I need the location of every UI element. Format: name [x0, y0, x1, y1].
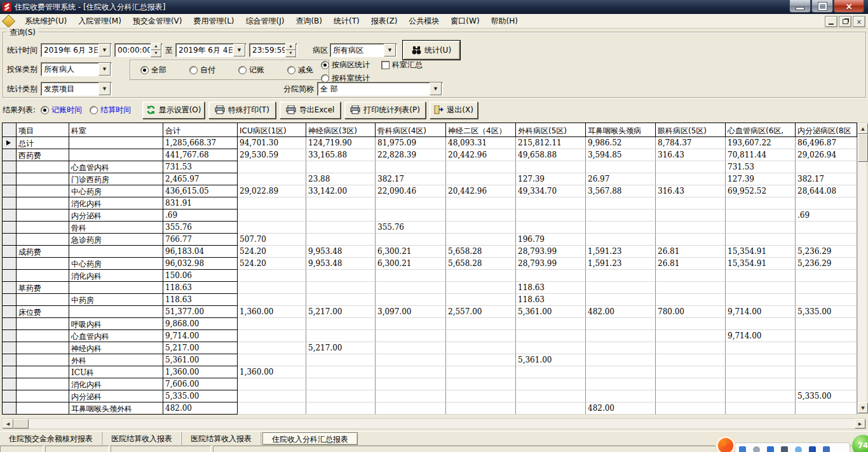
menu-item[interactable]: 预交金管理(V): [127, 14, 188, 29]
table-cell[interactable]: 28,644.08: [796, 185, 857, 197]
table-cell[interactable]: [446, 366, 516, 378]
table-cell[interactable]: [238, 378, 306, 390]
table-cell[interactable]: [656, 161, 726, 173]
column-header[interactable]: 眼科病区(5区): [656, 123, 726, 137]
table-cell[interactable]: 6,300.21: [376, 258, 446, 270]
column-header[interactable]: 外科病区(5区): [516, 123, 586, 137]
insure-type-combobox[interactable]: 所有病人 ▼: [41, 62, 112, 76]
table-cell[interactable]: 20,442.96: [446, 149, 516, 161]
table-cell[interactable]: [656, 209, 726, 222]
column-header[interactable]: 心血管病区(6区,: [726, 123, 796, 137]
column-header[interactable]: 科室: [69, 123, 163, 137]
table-cell[interactable]: [17, 185, 69, 197]
table-cell[interactable]: [238, 330, 306, 342]
pay-option-radio[interactable]: 自付: [189, 65, 215, 76]
table-cell[interactable]: [516, 161, 586, 173]
row-selector-cell[interactable]: [3, 378, 17, 390]
table-cell[interactable]: [376, 366, 446, 378]
table-cell[interactable]: 3,097.00: [376, 306, 446, 318]
table-cell[interactable]: [516, 378, 586, 390]
table-cell[interactable]: [586, 390, 656, 402]
table-cell[interactable]: [69, 306, 163, 318]
row-selector-cell[interactable]: [3, 390, 17, 402]
table-cell[interactable]: 355.76: [376, 222, 446, 234]
table-cell[interactable]: 26.81: [656, 258, 726, 270]
print-stat-list-button[interactable]: 打印统计列表(P): [344, 102, 426, 119]
table-cell[interactable]: 29,022.89: [238, 185, 306, 197]
minimize-button[interactable]: [789, 0, 811, 13]
table-cell[interactable]: [17, 294, 69, 306]
table-cell[interactable]: [726, 234, 796, 246]
table-cell[interactable]: [796, 354, 857, 366]
table-cell[interactable]: [516, 270, 586, 282]
column-header[interactable]: 项目: [17, 123, 69, 137]
table-cell[interactable]: 20,442.96: [446, 185, 516, 197]
table-row[interactable]: 心血管内科9,714.009,714.00: [3, 330, 857, 342]
table-cell[interactable]: [796, 318, 857, 330]
branch-combobox[interactable]: 全 部 ▼: [317, 82, 443, 96]
table-cell[interactable]: 2,557.00: [446, 306, 516, 318]
table-cell[interactable]: [306, 282, 376, 294]
table-cell[interactable]: 70,811.44: [726, 149, 796, 161]
table-cell[interactable]: [306, 390, 376, 402]
table-cell[interactable]: [726, 294, 796, 306]
table-cell[interactable]: 神经内科: [69, 342, 163, 354]
row-selector-cell[interactable]: [3, 161, 17, 173]
table-cell[interactable]: 118.63: [516, 282, 586, 294]
table-cell[interactable]: [69, 282, 163, 294]
table-cell[interactable]: 9,953.48: [306, 246, 376, 258]
table-cell[interactable]: [376, 234, 446, 246]
table-cell[interactable]: 524.20: [238, 246, 306, 258]
table-cell[interactable]: [796, 234, 857, 246]
table-cell[interactable]: [586, 354, 656, 366]
table-cell[interactable]: [17, 209, 69, 222]
table-row[interactable]: 消化内科831.91: [3, 197, 857, 209]
table-cell[interactable]: 81,975.09: [376, 137, 446, 149]
table-cell[interactable]: [238, 173, 306, 185]
table-row[interactable]: 床位费51,377.001,360.005,217.003,097.002,55…: [3, 306, 857, 318]
table-cell[interactable]: 766.77: [163, 234, 238, 246]
table-cell[interactable]: [306, 270, 376, 282]
table-row[interactable]: ICU科1,360.001,360.00: [3, 366, 857, 378]
table-cell[interactable]: [306, 330, 376, 342]
table-cell[interactable]: [376, 209, 446, 222]
table-cell[interactable]: [516, 366, 586, 378]
table-cell[interactable]: 482.00: [163, 402, 238, 415]
report-tab[interactable]: 住院预交金余额核对报表: [0, 432, 102, 446]
table-cell[interactable]: [726, 282, 796, 294]
scroll-up-button[interactable]: ▲: [858, 123, 868, 134]
row-selector-cell[interactable]: [3, 197, 17, 209]
table-cell[interactable]: [17, 318, 69, 330]
table-row[interactable]: 门诊西药房2,465.9723.88382.17127.3926.97127.3…: [3, 173, 857, 185]
table-cell[interactable]: 5,335.00: [163, 390, 238, 402]
table-cell[interactable]: [306, 294, 376, 306]
table-cell[interactable]: [796, 282, 857, 294]
restore-button[interactable]: [811, 0, 833, 13]
floating-toolbar[interactable]: [735, 442, 850, 452]
table-cell[interactable]: [376, 402, 446, 415]
table-cell[interactable]: 9,714.00: [726, 306, 796, 318]
table-cell[interactable]: 5,236.29: [796, 258, 857, 270]
toolbar-pin-icon[interactable]: [809, 446, 816, 452]
table-cell[interactable]: 5,217.00: [306, 306, 376, 318]
chevron-down-icon[interactable]: ▼: [98, 83, 111, 95]
row-selector-cell[interactable]: [3, 173, 17, 185]
table-cell[interactable]: 94,701.30: [238, 137, 306, 149]
table-cell[interactable]: [586, 282, 656, 294]
row-selector-cell[interactable]: [3, 246, 17, 258]
table-cell[interactable]: 1,591.23: [586, 258, 656, 270]
table-cell[interactable]: 382.17: [376, 173, 446, 185]
table-row[interactable]: 骨科355.76355.76: [3, 222, 857, 234]
table-cell[interactable]: [586, 330, 656, 342]
table-row[interactable]: 消化内科150.06: [3, 270, 857, 282]
table-cell[interactable]: [306, 222, 376, 234]
table-cell[interactable]: 150.06: [163, 270, 238, 282]
table-cell[interactable]: 69,952.52: [726, 185, 796, 197]
vertical-scroll-thumb[interactable]: [858, 134, 868, 162]
table-cell[interactable]: 127.39: [726, 173, 796, 185]
row-selector-cell[interactable]: [3, 342, 17, 354]
table-cell[interactable]: [306, 378, 376, 390]
column-header[interactable]: 神经病区(3区): [306, 123, 376, 137]
report-tab[interactable]: 住院收入分科汇总报表: [262, 432, 358, 445]
table-cell[interactable]: [446, 342, 516, 354]
